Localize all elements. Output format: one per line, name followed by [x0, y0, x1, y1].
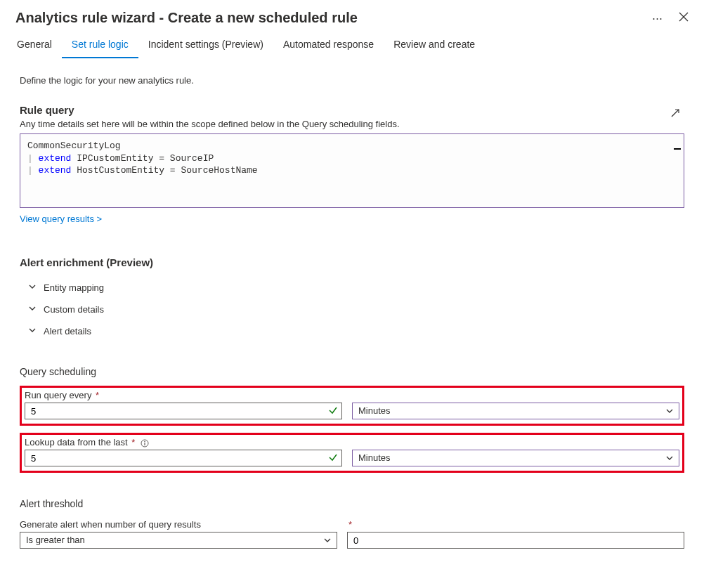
lookup-data-label: Lookup data from the last * [25, 437, 679, 447]
lookup-data-unit-select[interactable]: Minutes [352, 450, 679, 466]
alert-enrichment-heading: Alert enrichment (Preview) [20, 256, 684, 268]
more-icon[interactable]: ⋯ [652, 12, 663, 25]
query-scheduling-heading: Query scheduling [20, 366, 684, 377]
select-value: Is greater than [26, 535, 85, 545]
tab-bar: General Set rule logic Incident settings… [0, 32, 704, 58]
chevron-down-icon [323, 536, 332, 547]
close-icon[interactable] [679, 12, 689, 24]
tab-review-and-create[interactable]: Review and create [384, 32, 485, 58]
run-query-every-group: Run query every * Minutes [20, 386, 684, 426]
accordion-label: Alert details [44, 326, 91, 337]
run-query-every-label: Run query every * [25, 390, 679, 400]
page-description: Define the logic for your new analytics … [20, 75, 684, 86]
header-actions: ⋯ [652, 12, 689, 25]
tab-incident-settings[interactable]: Incident settings (Preview) [138, 32, 273, 58]
threshold-operator-select[interactable]: Is greater than [20, 532, 337, 549]
expand-icon[interactable] [670, 108, 684, 120]
rule-query-heading: Rule query [20, 104, 670, 116]
alert-threshold-row: Generate alert when number of query resu… [20, 519, 684, 549]
run-query-every-input[interactable] [25, 403, 342, 419]
svg-rect-5 [144, 443, 145, 445]
view-query-results-link[interactable]: View query results > [20, 214, 102, 224]
tab-set-rule-logic[interactable]: Set rule logic [62, 32, 138, 58]
query-editor[interactable]: CommonSecurityLog | extend IPCustomEntit… [20, 133, 684, 208]
generate-alert-label: Generate alert when number of query resu… [20, 519, 337, 530]
accordion-custom-details[interactable]: Custom details [28, 299, 684, 320]
chevron-down-icon [28, 326, 37, 337]
accordion-label: Entity mapping [44, 282, 104, 293]
page-header: Analytics rule wizard - Create a new sch… [0, 0, 704, 32]
lookup-data-input[interactable] [25, 450, 342, 466]
select-value: Minutes [352, 450, 679, 466]
editor-gutter-mark [674, 148, 681, 150]
run-query-every-unit-select[interactable]: Minutes [352, 403, 679, 419]
code-line: | extend HostCustomEntity = SourceHostNa… [27, 164, 677, 177]
chevron-down-icon [28, 282, 37, 293]
rule-query-subdesc: Any time details set here will be within… [20, 119, 670, 129]
page-title: Analytics rule wizard - Create a new sch… [15, 10, 358, 26]
lookup-data-group: Lookup data from the last * Minutes [20, 433, 684, 473]
accordion-alert-details[interactable]: Alert details [28, 320, 684, 342]
svg-line-2 [672, 110, 679, 117]
info-icon[interactable] [141, 439, 149, 447]
accordion-entity-mapping[interactable]: Entity mapping [28, 277, 684, 299]
accordion-label: Custom details [44, 304, 104, 315]
lookup-data-input-wrap [25, 450, 342, 466]
run-query-every-input-wrap [25, 403, 342, 419]
accordion-list: Entity mapping Custom details Alert deta… [20, 277, 684, 342]
tab-automated-response[interactable]: Automated response [273, 32, 384, 58]
alert-threshold-heading: Alert threshold [20, 498, 684, 509]
select-value: Minutes [352, 403, 679, 419]
threshold-value-input[interactable] [347, 532, 684, 549]
chevron-down-icon [28, 304, 37, 315]
svg-point-4 [144, 440, 145, 442]
check-icon [328, 452, 338, 464]
threshold-value-label: * [347, 519, 684, 530]
check-icon [328, 405, 338, 417]
code-line: CommonSecurityLog [27, 140, 677, 152]
code-line: | extend IPCustomEntity = SourceIP [27, 152, 677, 165]
chevron-down-icon [665, 407, 674, 417]
tab-general[interactable]: General [7, 32, 62, 58]
chevron-down-icon [665, 454, 674, 464]
